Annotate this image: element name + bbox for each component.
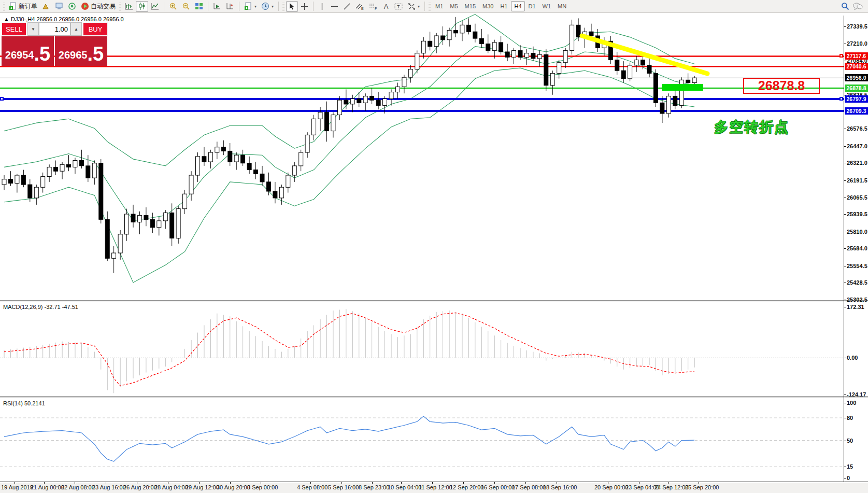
timeframe-W1[interactable]: W1 xyxy=(539,1,554,11)
timeframe-MN[interactable]: MN xyxy=(554,1,570,11)
price-tick-label: 25554.5 xyxy=(847,263,867,269)
level-price-tag: 26878.8 xyxy=(845,84,868,92)
line-chart-button[interactable] xyxy=(149,1,161,12)
line-drag-handle[interactable] xyxy=(839,97,843,101)
price-tick-label: 26191.5 xyxy=(847,177,867,184)
periods-caret: ▾ xyxy=(272,4,274,9)
auto-scroll-button[interactable] xyxy=(211,1,223,12)
time-tick-label: 21 Aug 00:00 xyxy=(31,484,64,490)
zoom-in-button[interactable] xyxy=(167,1,179,12)
time-tick-label: 30 Aug 20:00 xyxy=(217,484,250,490)
toolbar-grip[interactable] xyxy=(3,2,5,11)
toolbar-grip-3[interactable] xyxy=(282,2,284,11)
volume-up-button[interactable]: ▲ xyxy=(70,22,82,36)
current-price-tag: 26956.0 xyxy=(845,74,868,81)
rsi-tick-label: 0 xyxy=(847,475,850,481)
line-drag-handle[interactable] xyxy=(0,97,4,101)
price-tick-label: 26576.5 xyxy=(847,125,867,132)
main-toolbar: 新订单 自动交易 xyxy=(0,0,868,13)
macd-pane-divider[interactable] xyxy=(0,300,868,302)
terminal-button[interactable] xyxy=(53,1,65,12)
bar-chart-button[interactable] xyxy=(123,1,135,12)
label-tool[interactable]: T xyxy=(392,1,405,12)
timeframe-H4[interactable]: H4 xyxy=(511,1,524,11)
auto-trading-label: 自动交易 xyxy=(91,2,116,11)
timeframe-M30[interactable]: M30 xyxy=(479,1,496,11)
channel-icon: E xyxy=(355,3,364,10)
channel-tool[interactable]: E xyxy=(353,1,366,12)
horizontal-line-tool[interactable] xyxy=(329,1,340,12)
price-tick-label: 25684.0 xyxy=(847,245,867,251)
fibonacci-tool[interactable]: F xyxy=(367,1,380,12)
level-price-tag: 26709.3 xyxy=(845,107,868,115)
time-axis[interactable]: 19 Aug 201921 Aug 00:0022 Aug 08:0023 Au… xyxy=(0,482,868,493)
tile-windows-button[interactable] xyxy=(193,1,205,12)
timeframe-H1[interactable]: H1 xyxy=(497,1,510,11)
signals-button[interactable] xyxy=(66,1,78,12)
crosshair-tool-button[interactable] xyxy=(298,1,310,12)
mt4-window: 新订单 自动交易 xyxy=(0,0,868,493)
timeframe-M5[interactable]: M5 xyxy=(447,1,461,11)
time-tick-label: 28 Aug 04:00 xyxy=(154,484,188,490)
market-watch-button[interactable] xyxy=(40,1,52,12)
buy-button[interactable]: BUY xyxy=(83,22,108,36)
timeframe-D1[interactable]: D1 xyxy=(525,1,539,11)
chart-canvas[interactable] xyxy=(0,13,868,484)
line-drag-handle[interactable] xyxy=(839,54,843,58)
auto-trading-button[interactable]: 自动交易 xyxy=(79,1,118,12)
volume-input[interactable] xyxy=(39,22,70,36)
note-annotation-text[interactable]: 多空转折点 xyxy=(714,118,789,136)
volume-down-button[interactable]: ▼ xyxy=(27,22,39,36)
level-price-tag: 26797.9 xyxy=(845,95,868,103)
cursor-tool-button[interactable] xyxy=(286,1,298,12)
arrows-tool[interactable]: ▾ xyxy=(406,1,422,12)
periods-button[interactable]: ▾ xyxy=(259,1,276,12)
indicators-icon xyxy=(244,2,252,10)
collapse-triangle-icon[interactable]: ▲ xyxy=(4,16,11,22)
level-price-tag: 27040.6 xyxy=(845,63,868,70)
rsi-tick-label: 100 xyxy=(847,400,856,406)
timeframe-group: M1M5M15M30H1H4D1W1MN xyxy=(432,1,570,11)
cursor-icon xyxy=(288,3,296,10)
bollinger-middle-band xyxy=(4,47,694,221)
time-tick-label: 10 Sep 04:00 xyxy=(388,484,421,490)
search-icon[interactable] xyxy=(841,2,849,10)
rsi-tick-label: 80 xyxy=(847,415,853,421)
price-tick-label: 25939.5 xyxy=(847,211,867,217)
text-tool[interactable]: A xyxy=(380,1,392,12)
symbol-ohlc-text: DJ30-,H4 26956.0 26956.0 26956.0 26956.0 xyxy=(11,16,124,22)
time-tick-label: 20 Sep 00:00 xyxy=(594,484,628,490)
rsi-tick-label: 50 xyxy=(847,438,853,444)
candlestick-chart-button[interactable] xyxy=(136,1,148,12)
time-tick-label: 26 Aug 20:00 xyxy=(123,484,157,490)
zoom-out-button[interactable] xyxy=(180,1,192,12)
vertical-line-tool[interactable] xyxy=(316,1,328,12)
toolbar-grip-2[interactable] xyxy=(119,2,121,11)
price-tick-label: 25302.5 xyxy=(847,297,867,303)
chat-icon[interactable] xyxy=(852,2,863,10)
chart-svg[interactable] xyxy=(0,13,868,482)
indicators-button[interactable]: ▾ xyxy=(242,1,259,12)
time-tick-label: 24 Sep 12:00 xyxy=(654,484,688,490)
buy-price-display[interactable]: 26965.5 xyxy=(55,36,107,66)
toolbar-grip-4[interactable] xyxy=(429,2,431,11)
timeframe-M15[interactable]: M15 xyxy=(462,1,479,11)
arrows-icon xyxy=(408,3,416,10)
trendline-tool[interactable] xyxy=(341,1,353,12)
time-tick-label: 29 Aug 12:00 xyxy=(186,484,219,490)
auto-scroll-icon xyxy=(213,2,221,10)
time-tick-label: 23 Aug 16:00 xyxy=(92,484,126,490)
price-tick-label: 25810.0 xyxy=(847,229,867,235)
chart-area[interactable]: ▲ DJ30-,H4 26956.0 26956.0 26956.0 26956… xyxy=(0,13,868,482)
new-order-button[interactable]: 新订单 xyxy=(7,1,39,12)
chart-shift-button[interactable] xyxy=(224,1,236,12)
sell-button[interactable]: SELL xyxy=(2,22,26,36)
rsi-tick-label: 15 xyxy=(847,463,853,470)
green-highlight-zone[interactable] xyxy=(662,84,703,91)
timeframe-M1[interactable]: M1 xyxy=(432,1,446,11)
price-annotation-box[interactable]: 26878.8 xyxy=(743,78,820,94)
indicators-caret: ▾ xyxy=(254,4,257,9)
rsi-pane-divider[interactable] xyxy=(0,396,868,398)
crosshair-icon xyxy=(301,3,308,10)
sell-price-display[interactable]: 26954.5 xyxy=(2,36,54,66)
